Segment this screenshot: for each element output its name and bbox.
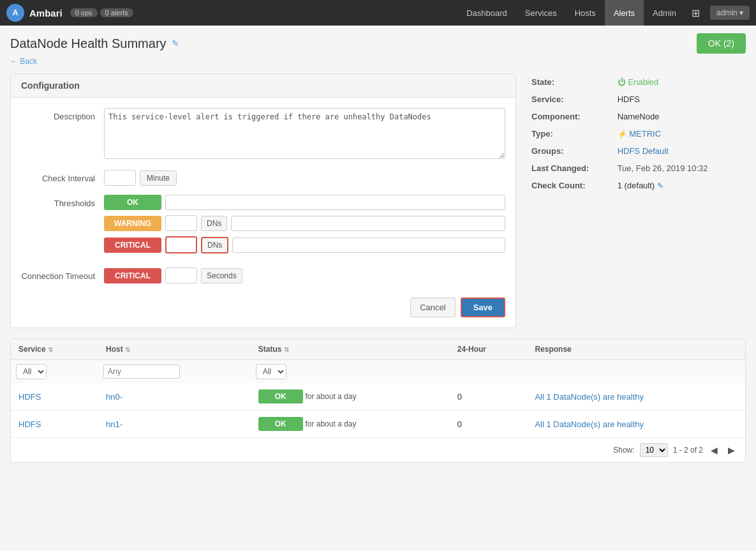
config-header: Configuration <box>11 74 515 98</box>
check-interval-row: Check Interval 5 Minute <box>21 170 505 186</box>
description-input[interactable]: This service-level alert is triggered if… <box>104 108 505 159</box>
nav-hosts[interactable]: Hosts <box>566 0 605 26</box>
logo-icon: A <box>6 4 24 22</box>
nav-services[interactable]: Services <box>516 0 566 26</box>
brand-logo[interactable]: A Ambari <box>6 4 63 22</box>
page-info: 1 - 2 of 2 <box>673 446 703 455</box>
description-label: Description <box>21 108 104 121</box>
row-response-0: All 1 DataNode(s) are healthy <box>527 383 745 411</box>
grid-icon[interactable]: ⊞ <box>685 7 706 19</box>
filter-host-input[interactable] <box>103 365 180 379</box>
connection-timeout-unit: Seconds <box>201 268 242 283</box>
ops-badge[interactable]: 0 ops <box>70 8 98 17</box>
thresholds-label: Thresholds <box>21 195 104 208</box>
connection-timeout-label: Connection Timeout <box>21 268 104 281</box>
nav-dashboard[interactable]: Dashboard <box>457 0 516 26</box>
title-edit-icon[interactable]: ✎ <box>172 38 179 49</box>
col-status-sort-icon[interactable]: ⇅ <box>284 346 289 353</box>
check-count-value: 1 (default) <box>618 181 655 190</box>
row-count-0: 0 <box>450 383 528 411</box>
threshold-critical-unit: DNs <box>201 237 228 253</box>
alerts-table-section: Service ⇅ Host ⇅ Status ⇅ 24-Hour Respon… <box>10 338 746 463</box>
info-type-row: Type: ⚡ METRIC <box>529 125 746 142</box>
threshold-critical-text[interactable]: DataNode Health: [Live={2}, Stale={1}, D… <box>232 238 505 253</box>
save-button[interactable]: Save <box>461 298 505 317</box>
col-host-label: Host <box>106 345 123 354</box>
threshold-ok-button: OK <box>104 195 161 210</box>
col-host-sort-icon[interactable]: ⇅ <box>125 346 130 353</box>
alerts-badge[interactable]: 0 alerts <box>100 8 133 17</box>
cancel-button[interactable]: Cancel <box>410 298 455 317</box>
threshold-critical-value[interactable]: 2 <box>165 236 197 253</box>
ok-button[interactable]: OK (2) <box>697 33 746 54</box>
prev-page-button[interactable]: ◀ <box>708 444 720 457</box>
nav-admin[interactable]: Admin <box>644 0 685 26</box>
next-page-button[interactable]: ▶ <box>725 444 737 457</box>
nav-badges: 0 ops 0 alerts <box>70 8 133 17</box>
filter-24hour-cell <box>450 360 528 384</box>
connection-timeout-row: Connection Timeout CRITICAL 5 Seconds <box>21 268 505 289</box>
filter-service-cell: All <box>11 360 98 384</box>
row-status-0: OK for about a day <box>251 383 450 411</box>
row-service-1[interactable]: HDFS <box>11 411 98 438</box>
groups-value: HDFS Default <box>615 142 746 160</box>
table-body: HDFS hn0- OK for about a day 0 All 1 Dat… <box>11 383 745 437</box>
info-table: State: ⏻ Enabled Service: HDFS Component… <box>529 73 746 194</box>
form-buttons: Cancel Save <box>21 298 505 317</box>
back-link[interactable]: Back <box>10 57 37 66</box>
threshold-ok-text[interactable]: All {2} DataNode(s) are healthy <box>165 195 505 210</box>
check-count-edit-icon[interactable]: ✎ <box>657 181 663 190</box>
row-host-1[interactable]: hn1- <box>98 411 251 438</box>
type-text: METRIC <box>629 129 661 139</box>
component-label: Component: <box>529 108 615 125</box>
row-status-1: OK for about a day <box>251 411 450 438</box>
info-groups-row: Groups: HDFS Default <box>529 142 746 160</box>
threshold-critical-button: CRITICAL <box>104 238 161 253</box>
table-row: HDFS hn1- OK for about a day 0 All 1 Dat… <box>11 411 745 438</box>
service-label: Service: <box>529 91 615 108</box>
row-service-0[interactable]: HDFS <box>11 383 98 411</box>
description-row: Description This service-level alert is … <box>21 108 505 161</box>
col-24hour: 24-Hour <box>450 339 528 360</box>
page-title: DataNode Health Summary <box>10 36 167 51</box>
threshold-warning-row: WARNING 1 DNs DataNode Health: [Live={2}… <box>104 215 505 231</box>
page-header: DataNode Health Summary ✎ OK (2) <box>10 33 746 54</box>
check-count-cell: 1 (default) ✎ <box>615 177 746 194</box>
check-interval-input[interactable]: 5 <box>104 170 136 186</box>
col-host: Host ⇅ <box>98 339 251 360</box>
col-response: Response <box>527 339 745 360</box>
config-box: Configuration Description This service-l… <box>10 73 516 328</box>
col-service-sort-icon[interactable]: ⇅ <box>48 346 53 353</box>
state-label: State: <box>529 73 615 91</box>
check-interval-label: Check Interval <box>21 170 104 183</box>
main-area: Configuration Description This service-l… <box>10 73 746 328</box>
check-interval-unit: Minute <box>140 170 177 186</box>
threshold-warning-value[interactable]: 1 <box>165 215 197 231</box>
nav-alerts[interactable]: Alerts <box>605 0 644 26</box>
info-component-row: Component: NameNode <box>529 108 746 125</box>
filter-response-cell <box>527 360 745 384</box>
show-select[interactable]: 10 <box>640 443 668 457</box>
threshold-ok-row: OK All {2} DataNode(s) are healthy <box>104 195 505 210</box>
threshold-critical-row: CRITICAL 2 DNs DataNode Health: [Live={2… <box>104 236 505 253</box>
nav-links: Dashboard Services Hosts Alerts Admin ⊞ … <box>457 0 750 26</box>
brand-name: Ambari <box>29 8 63 19</box>
row-host-0[interactable]: hn0- <box>98 383 251 411</box>
info-state-row: State: ⏻ Enabled <box>529 73 746 91</box>
table-header-row: Service ⇅ Host ⇅ Status ⇅ 24-Hour Respon… <box>11 339 745 360</box>
thresholds-row: Thresholds OK All {2} DataNode(s) are he… <box>21 195 505 259</box>
type-label: Type: <box>529 125 615 142</box>
check-count-label: Check Count: <box>529 177 615 194</box>
threshold-warning-text[interactable]: DataNode Health: [Live={2}, Stale={1}, D… <box>231 216 505 231</box>
filter-status-select[interactable]: All <box>256 364 286 379</box>
col-status-label: Status <box>258 345 282 354</box>
filter-service-select[interactable]: All <box>16 364 47 379</box>
col-service: Service ⇅ <box>11 339 98 360</box>
config-body: Description This service-level alert is … <box>11 98 515 328</box>
show-label: Show: <box>613 446 634 455</box>
connection-timeout-value[interactable]: 5 <box>165 268 197 283</box>
page-content: DataNode Health Summary ✎ OK (2) Back Co… <box>0 26 756 471</box>
info-panel: State: ⏻ Enabled Service: HDFS Component… <box>529 73 746 328</box>
user-menu[interactable]: admin ▾ <box>710 6 750 20</box>
last-changed-label: Last Changed: <box>529 160 615 177</box>
